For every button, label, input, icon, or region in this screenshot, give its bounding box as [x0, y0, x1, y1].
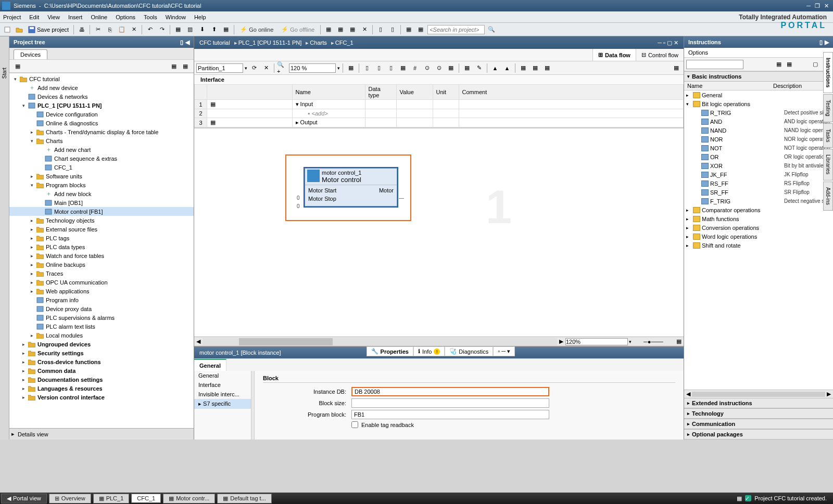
toolbar-icon-12[interactable]: ▦ [403, 24, 414, 35]
menu-project[interactable]: Project [3, 14, 21, 20]
partition-select[interactable] [196, 63, 243, 73]
task-tab-cfc1[interactable]: CFC_1 [131, 494, 161, 503]
tree-item[interactable]: CFC_1 [9, 163, 194, 172]
side-tab-instructions[interactable]: Instructions [823, 52, 833, 93]
side-tab-libraries[interactable]: Libraries [823, 149, 833, 180]
tree-item[interactable]: Devices & networks [9, 92, 194, 101]
pin-icon[interactable]: ▶ [825, 39, 829, 46]
restore-button[interactable]: ❐ [813, 3, 822, 9]
zoom-in-icon[interactable]: 🔍+ [277, 63, 287, 73]
instruction-item[interactable]: OROR logic operation [684, 152, 833, 161]
go-online-button[interactable]: ⚡Go online [237, 26, 276, 33]
ed-icon-9[interactable]: ⊙ [422, 63, 432, 73]
tree-item[interactable]: ▸Local modules [9, 331, 194, 340]
ed-icon-12[interactable]: ▦ [462, 63, 472, 73]
toolbar-icon-7[interactable]: ▦ [335, 24, 346, 35]
block-size-input[interactable] [351, 398, 549, 408]
tree-item[interactable]: ▸Ungrouped devices [9, 340, 194, 348]
menu-window[interactable]: Window [166, 14, 186, 20]
instruction-search-input[interactable] [686, 60, 743, 69]
print-icon[interactable]: 🖶 [77, 24, 87, 35]
ed-icon-8[interactable]: # [410, 63, 420, 73]
instruction-item[interactable]: XORBit by bit antivalence... [684, 161, 833, 170]
instr-tb-icon-2[interactable]: ▦ [784, 59, 794, 70]
nav-s7-specific[interactable]: ▸ S7 specific [194, 399, 251, 409]
nav-interface[interactable]: Interface [194, 380, 251, 390]
menu-edit[interactable]: Edit [29, 14, 39, 20]
tree-item[interactable]: ＋Add new chart [9, 145, 194, 154]
tab-data-flow[interactable]: ⊞Data flow [592, 49, 636, 61]
cfc-canvas[interactable]: 1 motor control_1 Motor control Motor St… [194, 128, 684, 337]
go-offline-button[interactable]: ⚡Go offline [278, 26, 318, 33]
hscroll-left-icon[interactable]: ◀ [686, 391, 690, 397]
tree-item[interactable]: ▸External source files [9, 225, 194, 234]
tree-item[interactable]: Main [OB1] [9, 198, 194, 207]
menu-tools[interactable]: Tools [144, 14, 157, 20]
collapse-icon[interactable]: ▯ [819, 39, 823, 46]
tree-item[interactable]: ▸Charts - Trend/dynamic display & force … [9, 127, 194, 136]
ed-icon-right[interactable]: ▦ [671, 63, 681, 73]
tree-item[interactable]: ▸Web applications [9, 287, 194, 295]
tree-item[interactable]: Program info [9, 295, 194, 304]
zoom-select[interactable] [289, 63, 336, 73]
tree-item[interactable]: ▸Security settings [9, 348, 194, 357]
task-tab-overview[interactable]: ⊞ Overview [49, 494, 91, 503]
cat-technology[interactable]: ▸Technology [684, 408, 833, 419]
tree-item[interactable]: ▸Cross-device functions [9, 357, 194, 366]
nav-invisible[interactable]: Invisible interc... [194, 390, 251, 399]
paste-icon[interactable]: 📋 [117, 24, 127, 35]
new-project-icon[interactable] [2, 24, 12, 35]
side-tab-addins[interactable]: Add-ins [823, 182, 833, 211]
ed-icon-17[interactable]: ▦ [530, 63, 540, 73]
instr-tb-icon-3[interactable]: ▢ [810, 59, 821, 70]
tree-item[interactable]: ▾PLC_1 [CPU 1511-1 PN] [9, 101, 194, 110]
cat-optional[interactable]: ▸Optional packages [684, 429, 833, 440]
download-icon[interactable]: ⬇ [197, 24, 207, 35]
editor-max-icon[interactable]: ▢ [667, 40, 672, 46]
tree-item[interactable]: PLC alarm text lists [9, 322, 194, 331]
tree-item[interactable]: ▸Online backups [9, 260, 194, 269]
instruction-item[interactable]: F_TRIGDetect negative sign... [684, 197, 833, 205]
tree-item[interactable]: ▸Languages & resources [9, 384, 194, 393]
tree-view-icon-2[interactable]: ▦ [180, 61, 191, 71]
ed-icon-18[interactable]: ▦ [542, 63, 552, 73]
tree-item[interactable]: ▸Technology objects [9, 216, 194, 225]
instruction-item[interactable]: ▾Bit logic operations [684, 99, 833, 108]
tab-properties[interactable]: 🔧Properties [367, 346, 413, 356]
instruction-item[interactable]: RS_FFRS Flipflop [684, 179, 833, 188]
copy-icon[interactable]: ⎘ [105, 24, 115, 35]
tree-item[interactable]: ＋Add new block [9, 189, 194, 198]
overview-icon[interactable]: ▦ [674, 338, 684, 345]
instruction-item[interactable]: NORNOR logic operation [684, 135, 833, 144]
details-view-header[interactable]: ▸Details view [9, 428, 194, 440]
tree-item[interactable]: ▾Charts [9, 136, 194, 145]
ed-icon-11[interactable]: ▦ [446, 63, 456, 73]
instruction-item[interactable]: ▸Comparator operations [684, 205, 833, 214]
side-tab-tasks[interactable]: Tasks [823, 123, 833, 148]
toolbar-icon-11[interactable]: ▯ [387, 24, 398, 35]
side-tab-testing[interactable]: Testing [823, 94, 833, 122]
ed-icon-2[interactable]: ✕ [261, 63, 271, 73]
devices-tab[interactable]: Devices [14, 49, 47, 59]
instruction-item[interactable]: NOTNOT logic operation [684, 144, 833, 152]
ed-icon-7[interactable]: ▦ [398, 63, 408, 73]
tree-item[interactable]: ▸Software units [9, 172, 194, 180]
tree-item[interactable]: ▸PLC tags [9, 234, 194, 242]
cat-extended[interactable]: ▸Extended instructions [684, 398, 833, 408]
subtab-general[interactable]: General [194, 359, 226, 371]
editor-min-icon[interactable]: ─ [658, 40, 662, 46]
close-button[interactable]: ✕ [822, 3, 831, 9]
toolbar-icon-9[interactable]: ✕ [359, 24, 370, 35]
pin-icon[interactable]: ◀ [185, 39, 190, 46]
collapse-icon[interactable]: ▯ [180, 39, 183, 46]
tree-item[interactable]: Online & diagnostics [9, 119, 194, 127]
menu-options[interactable]: Options [116, 14, 135, 20]
tree-item[interactable]: Device configuration [9, 110, 194, 119]
instruction-item[interactable]: ANDAND logic operation [684, 117, 833, 126]
task-tab-tags[interactable]: ▦ Default tag t... [217, 494, 271, 503]
tree-item[interactable]: ▸PLC data types [9, 242, 194, 251]
tree-item[interactable]: ▸Common data [9, 366, 194, 375]
block-output-pin[interactable]: Motor [379, 187, 394, 196]
block-input-pin[interactable]: Motor Stop [308, 196, 336, 204]
ed-icon-13[interactable]: ✎ [474, 63, 484, 73]
